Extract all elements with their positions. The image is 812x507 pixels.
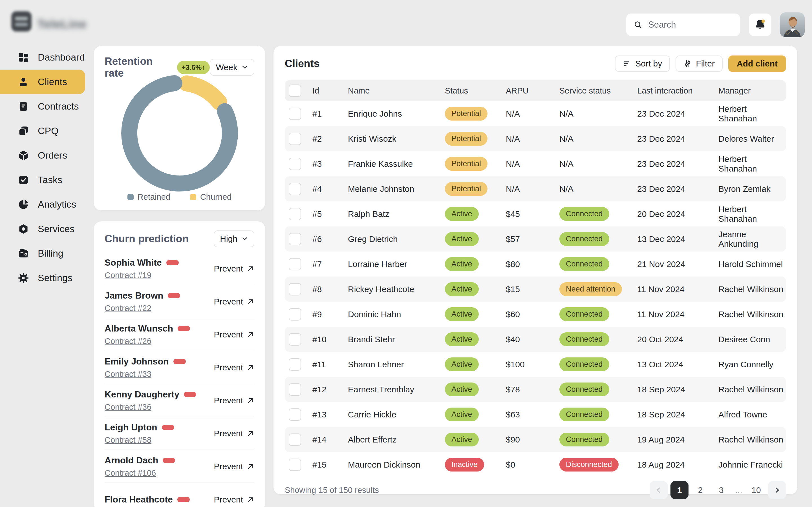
client-manager: Ryan Connelly xyxy=(716,360,786,369)
churn-level-select[interactable]: High xyxy=(214,230,254,247)
sidebar-item-cpq[interactable]: CPQ xyxy=(0,119,85,143)
client-row: #15 Maureen Dickinson Inactive $0 Discon… xyxy=(285,452,786,477)
churn-client: Alberta Wunsch Contract #26 xyxy=(105,323,190,346)
client-manager: Rachel Wilkinson xyxy=(716,435,786,445)
contract-link[interactable]: Contract #36 xyxy=(105,402,151,412)
row-checkbox[interactable] xyxy=(289,283,301,295)
arrow-up-right-icon xyxy=(246,363,254,372)
service-status-value: N/A xyxy=(559,184,573,193)
last-interaction: 13 Dec 2024 xyxy=(635,234,716,244)
status-badge: Active xyxy=(445,383,479,396)
sidebar-item-billing[interactable]: Billing xyxy=(0,241,85,266)
churn-client-name: Alberta Wunsch xyxy=(105,323,190,334)
churn-list-item: James Brown Contract #22 Prevent xyxy=(105,285,254,318)
row-checkbox[interactable] xyxy=(289,133,301,145)
search-icon xyxy=(633,19,643,30)
churn-client-name: Emily Johnson xyxy=(105,356,186,367)
contract-link[interactable]: Contract #19 xyxy=(105,271,151,280)
prevent-link[interactable]: Prevent xyxy=(214,363,254,372)
bell-icon xyxy=(754,18,767,31)
client-row: #4 Melanie Johnston Potential N/A N/A 23… xyxy=(285,176,786,202)
client-manager: Rachel Wilkinson xyxy=(716,284,786,294)
client-name: Ralph Batz xyxy=(345,209,442,219)
churn-client-name: Leigh Upton xyxy=(105,422,174,433)
search-input[interactable] xyxy=(648,19,733,30)
prevent-link[interactable]: Prevent xyxy=(214,264,254,274)
client-name: Maureen Dickinson xyxy=(345,460,442,469)
search-box[interactable] xyxy=(626,13,740,36)
row-checkbox[interactable] xyxy=(289,208,301,220)
legend-item-churned: Churned xyxy=(190,192,232,202)
sidebar-item-orders[interactable]: Orders xyxy=(0,143,85,168)
row-checkbox[interactable] xyxy=(289,158,301,170)
client-arpu: $57 xyxy=(503,234,557,244)
row-checkbox[interactable] xyxy=(289,233,301,245)
filter-button[interactable]: Filter xyxy=(675,55,723,72)
contract-link[interactable]: Contract #26 xyxy=(105,337,151,346)
client-name: Rickey Heathcote xyxy=(345,284,442,294)
row-checkbox[interactable] xyxy=(289,258,301,270)
churn-title: Churn prediction xyxy=(105,233,189,245)
user-avatar[interactable] xyxy=(780,12,805,37)
chevron-down-icon xyxy=(241,235,248,242)
client-row: #8 Rickey Heathcote Active $15 Need atte… xyxy=(285,277,786,302)
pagination-page-10[interactable]: 10 xyxy=(747,481,765,499)
row-checkbox[interactable] xyxy=(289,408,301,421)
contract-link[interactable]: Contract #33 xyxy=(105,370,151,379)
service-status-badge: Connected xyxy=(559,433,609,446)
churn-list-item: Leigh Upton Contract #58 Prevent xyxy=(105,417,254,450)
pagination-next-button[interactable] xyxy=(768,481,786,499)
row-checkbox[interactable] xyxy=(289,459,301,471)
sidebar-item-clients[interactable]: Clients xyxy=(0,69,85,94)
row-checkbox[interactable] xyxy=(289,434,301,446)
client-row: #11 Sharon Lehner Active $100 Connected … xyxy=(285,352,786,377)
sidebar-item-settings[interactable]: Settings xyxy=(0,266,85,290)
contract-link[interactable]: Contract #58 xyxy=(105,436,151,445)
notifications-button[interactable] xyxy=(749,13,771,36)
client-row: #7 Lorraine Harber Active $80 Connected … xyxy=(285,251,786,277)
contracts-icon xyxy=(17,101,29,112)
sort-by-button[interactable]: Sort by xyxy=(615,55,670,72)
prevent-link[interactable]: Prevent xyxy=(214,297,254,306)
contract-link[interactable]: Contract #22 xyxy=(105,304,151,313)
retention-period-select[interactable]: Week xyxy=(210,59,254,76)
analytics-icon xyxy=(17,199,29,210)
arrow-up-right-icon xyxy=(246,397,254,404)
churn-client: Emily Johnson Contract #33 xyxy=(105,356,186,379)
row-checkbox[interactable] xyxy=(289,308,301,321)
row-checkbox[interactable] xyxy=(289,108,301,120)
app-logo[interactable] xyxy=(11,11,32,32)
service-status-badge: Need attention xyxy=(559,282,622,296)
prevent-link[interactable]: Prevent xyxy=(214,396,254,405)
prevent-link[interactable]: Prevent xyxy=(214,462,254,471)
last-interaction: 11 Nov 2024 xyxy=(635,284,716,294)
churn-client: Arnold Dach Contract #106 xyxy=(105,455,175,478)
sidebar-item-services[interactable]: Services xyxy=(0,217,85,241)
pagination-prev-button[interactable] xyxy=(650,481,668,499)
pagination-page-2[interactable]: 2 xyxy=(691,481,709,499)
row-checkbox[interactable] xyxy=(289,183,301,195)
client-id: #7 xyxy=(310,260,345,269)
select-all-checkbox[interactable] xyxy=(289,84,301,97)
sidebar-item-dashboard[interactable]: Dashboard xyxy=(0,45,85,69)
risk-pill xyxy=(162,425,174,430)
prevent-link[interactable]: Prevent xyxy=(214,495,254,504)
legend-swatch xyxy=(128,194,134,200)
sidebar-item-analytics[interactable]: Analytics xyxy=(0,192,85,217)
client-arpu: N/A xyxy=(503,109,557,119)
row-checkbox[interactable] xyxy=(289,358,301,371)
add-client-button[interactable]: Add client xyxy=(728,55,786,72)
chevron-left-icon xyxy=(654,486,663,494)
sidebar-item-tasks[interactable]: Tasks xyxy=(0,168,85,192)
sidebar-item-contracts[interactable]: Contracts xyxy=(0,94,85,119)
sidebar-item-label: Billing xyxy=(38,248,63,259)
row-checkbox[interactable] xyxy=(289,333,301,346)
client-arpu: $80 xyxy=(503,260,557,269)
client-row: #10 Brandi Stehr Active $40 Connected 20… xyxy=(285,327,786,352)
prevent-link[interactable]: Prevent xyxy=(214,429,254,438)
pagination-page-1[interactable]: 1 xyxy=(670,481,689,499)
contract-link[interactable]: Contract #106 xyxy=(105,468,156,478)
prevent-link[interactable]: Prevent xyxy=(214,330,254,339)
pagination-page-3[interactable]: 3 xyxy=(712,481,730,499)
row-checkbox[interactable] xyxy=(289,383,301,396)
